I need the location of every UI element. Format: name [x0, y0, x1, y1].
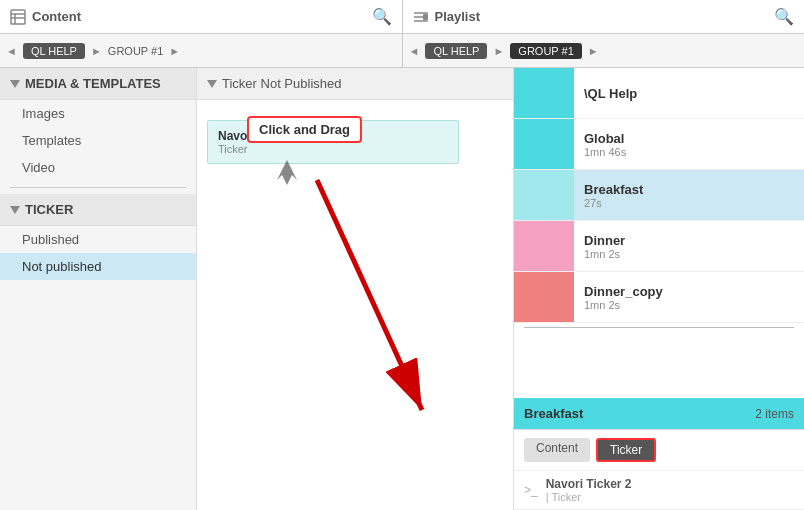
sidebar-ticker-header[interactable]: TICKER — [0, 194, 196, 226]
global-name: Global — [584, 131, 794, 146]
click-drag-tooltip: Click and Drag — [247, 116, 362, 143]
breadcrumb-left-sep: ► — [91, 45, 102, 57]
content-icon — [10, 9, 26, 25]
main-area: MEDIA & TEMPLATES Images Templates Video… — [0, 68, 804, 510]
breadcrumb-right-group[interactable]: GROUP #1 — [510, 43, 581, 59]
dinner-copy-duration: 1mn 2s — [584, 299, 794, 311]
sidebar: MEDIA & TEMPLATES Images Templates Video… — [0, 68, 197, 510]
breakfast-color — [514, 170, 574, 220]
playlist-tab-content[interactable]: Content — [524, 438, 590, 462]
breadcrumb-bar: ◄ QL HELP ► GROUP #1 ► ◄ QL HELP ► GROUP… — [0, 34, 804, 68]
breakfast-duration: 27s — [584, 197, 794, 209]
ql-help-name: \QL Help — [584, 86, 794, 101]
ticker-item-sub: Ticker — [218, 143, 448, 155]
media-templates-collapse-icon — [10, 80, 20, 88]
playlist-sub-name: Navori Ticker 2 — [546, 477, 794, 491]
sidebar-media-templates-header[interactable]: MEDIA & TEMPLATES — [0, 68, 196, 100]
ql-help-info: \QL Help — [574, 80, 804, 107]
content-search-button[interactable]: 🔍 — [372, 7, 392, 26]
breadcrumb-left-fwd[interactable]: ► — [169, 45, 180, 57]
content-panel-header: Content 🔍 — [0, 0, 403, 33]
breadcrumb-left: ◄ QL HELP ► GROUP #1 ► — [0, 34, 403, 67]
playlist-sub-item-navori[interactable]: >_ Navori Ticker 2 | Ticker — [514, 471, 804, 510]
dinner-name: Dinner — [584, 233, 794, 248]
content-title-text: Content — [32, 9, 81, 24]
breadcrumb-left-ql-help[interactable]: QL HELP — [23, 43, 85, 59]
ql-help-color — [514, 68, 574, 118]
playlist-divider — [524, 327, 794, 328]
center-panel-collapse-icon — [207, 80, 217, 88]
playlist-item-dinner[interactable]: Dinner 1mn 2s — [514, 221, 804, 272]
playlist-section-header: Breakfast 2 items — [514, 398, 804, 430]
media-templates-label: MEDIA & TEMPLATES — [25, 76, 161, 91]
svg-rect-7 — [423, 14, 428, 20]
global-color — [514, 119, 574, 169]
breakfast-name: Breakfast — [584, 182, 794, 197]
sidebar-item-images[interactable]: Images — [0, 100, 196, 127]
breadcrumb-right: ◄ QL HELP ► GROUP #1 ► — [403, 34, 805, 67]
svg-rect-0 — [11, 10, 25, 24]
playlist-sub-icon: >_ — [524, 483, 538, 497]
breadcrumb-right-sep: ► — [493, 45, 504, 57]
playlist-item-dinner-copy[interactable]: Dinner_copy 1mn 2s — [514, 272, 804, 323]
global-duration: 1mn 46s — [584, 146, 794, 158]
ticker-label: TICKER — [25, 202, 73, 217]
dinner-copy-name: Dinner_copy — [584, 284, 794, 299]
playlist-title-text: Playlist — [435, 9, 481, 24]
playlist-item-global[interactable]: Global 1mn 46s — [514, 119, 804, 170]
center-panel: Ticker Not Published Navori Ticker 2 Tic… — [197, 68, 514, 510]
playlist-item-ql-help[interactable]: \QL Help — [514, 68, 804, 119]
sidebar-divider — [10, 187, 186, 188]
playlist-panel-header: Playlist 🔍 — [403, 0, 805, 33]
dinner-duration: 1mn 2s — [584, 248, 794, 260]
sidebar-item-video[interactable]: Video — [0, 154, 196, 181]
playlist-icon — [413, 9, 429, 25]
right-panel: \QL Help Global 1mn 46s Breakfast 27s — [514, 68, 804, 510]
playlist-tab-ticker[interactable]: Ticker — [596, 438, 656, 462]
breadcrumb-right-ql-help[interactable]: QL HELP — [425, 43, 487, 59]
center-panel-title: Ticker Not Published — [222, 76, 341, 91]
playlist-section-count: 2 items — [755, 407, 794, 421]
breadcrumb-right-fwd[interactable]: ► — [588, 45, 599, 57]
playlist-tabs: Content Ticker — [514, 430, 804, 471]
center-panel-header: Ticker Not Published — [197, 68, 513, 100]
playlist-title: Playlist — [413, 9, 775, 25]
playlist-sub-type: | Ticker — [546, 491, 794, 503]
playlist-item-breakfast[interactable]: Breakfast 27s — [514, 170, 804, 221]
dinner-color — [514, 221, 574, 271]
playlist-list: \QL Help Global 1mn 46s Breakfast 27s — [514, 68, 804, 398]
top-bar: Content 🔍 Playlist 🔍 — [0, 0, 804, 34]
breakfast-info: Breakfast 27s — [574, 176, 804, 215]
dinner-copy-info: Dinner_copy 1mn 2s — [574, 278, 804, 317]
sidebar-item-templates[interactable]: Templates — [0, 127, 196, 154]
content-title: Content — [10, 9, 372, 25]
breadcrumb-right-back[interactable]: ◄ — [409, 45, 420, 57]
breadcrumb-left-group: GROUP #1 — [108, 45, 163, 57]
playlist-search-button[interactable]: 🔍 — [774, 7, 794, 26]
sidebar-item-not-published[interactable]: Not published — [0, 253, 196, 280]
ticker-collapse-icon — [10, 206, 20, 214]
svg-line-10 — [317, 180, 422, 410]
global-info: Global 1mn 46s — [574, 125, 804, 164]
dinner-info: Dinner 1mn 2s — [574, 227, 804, 266]
playlist-sub-info: Navori Ticker 2 | Ticker — [546, 477, 794, 503]
playlist-section-title: Breakfast — [524, 406, 583, 421]
dinner-copy-color — [514, 272, 574, 322]
breadcrumb-left-back[interactable]: ◄ — [6, 45, 17, 57]
sidebar-item-published[interactable]: Published — [0, 226, 196, 253]
center-content: Navori Ticker 2 Ticker Click and Drag — [197, 100, 513, 480]
